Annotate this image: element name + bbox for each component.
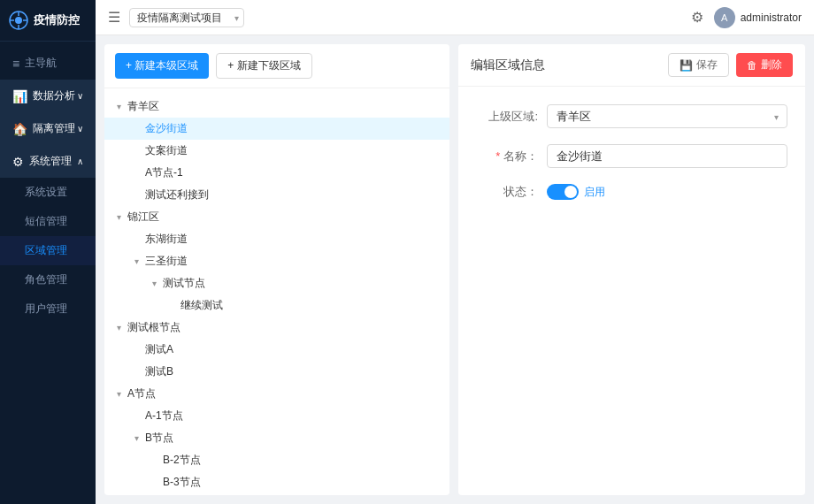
name-input[interactable] xyxy=(547,144,787,168)
status-toggle-wrap: 启用 xyxy=(547,184,605,200)
tree-node[interactable]: B-2节点 xyxy=(104,449,449,471)
tree-node[interactable]: ▾青羊区 xyxy=(104,95,449,118)
edit-header: 编辑区域信息 💾 保存 🗑 删除 xyxy=(458,44,805,87)
nav-quarantine-label: 隔离管理 xyxy=(33,121,75,136)
settings-icon[interactable]: ⚙ xyxy=(691,9,703,26)
tree-node[interactable]: 测试还利接到 xyxy=(104,184,449,206)
tree-node-label: 测试还利接到 xyxy=(145,187,209,202)
main-area: ☰ 疫情隔离测试项目 ⚙ A administrator + 新建本级区域 + … xyxy=(96,0,814,504)
tree-toggle-icon[interactable]: ▾ xyxy=(111,321,126,335)
menu-toggle-icon[interactable]: ☰ xyxy=(108,9,120,26)
tree-toggle-icon[interactable]: ▾ xyxy=(129,431,143,446)
topbar-right: ⚙ A administrator xyxy=(691,7,802,28)
nav-main-label: 主导航 xyxy=(25,56,83,71)
tree-toggle-icon xyxy=(165,299,179,313)
tree-node[interactable]: 东湖街道 xyxy=(104,228,449,250)
tree-node-label: 青羊区 xyxy=(127,99,159,114)
tree-content: ▾青羊区 金沙街道 文案街道 A节点-1 测试还利接到▾锦江区 东湖街道▾三圣街… xyxy=(104,88,449,495)
delete-button[interactable]: 🗑 删除 xyxy=(736,53,793,77)
user-menu[interactable]: A administrator xyxy=(714,7,802,28)
sidebar-item-quarantine[interactable]: 🏠 隔离管理 ∨ xyxy=(0,112,96,145)
tree-node[interactable]: ▾锦江区 xyxy=(104,206,449,228)
app-title: 疫情防控 xyxy=(34,12,80,28)
username: administrator xyxy=(741,11,802,24)
sidebar-item-user[interactable]: 用户管理 xyxy=(0,294,96,324)
sidebar-item-data[interactable]: 📊 数据分析 ∨ xyxy=(0,80,96,112)
tree-node[interactable]: ▾三圣街道 xyxy=(104,250,449,272)
tree-node-label: 测试A xyxy=(145,342,173,357)
tree-toggle-icon[interactable]: ▾ xyxy=(147,277,161,291)
parent-label: 上级区域: xyxy=(476,109,547,125)
save-label: 保存 xyxy=(696,57,718,73)
role-label: 角色管理 xyxy=(25,272,67,287)
save-button[interactable]: 💾 保存 xyxy=(668,53,729,77)
topbar: ☰ 疫情隔离测试项目 ⚙ A administrator xyxy=(96,0,814,35)
sidebar-item-system[interactable]: ⚙ 系统管理 ∧ xyxy=(0,145,96,178)
system-icon: ⚙ xyxy=(12,155,24,169)
tree-toggle-icon xyxy=(129,144,143,158)
sidebar-item-sys-settings[interactable]: 系统设置 xyxy=(0,178,96,207)
tree-node[interactable]: A-1节点 xyxy=(104,405,449,427)
tree-toggle-icon xyxy=(147,476,161,490)
tree-node-label: 继续测试 xyxy=(180,298,223,313)
status-toggle[interactable] xyxy=(547,184,579,200)
tree-node-label: 金沙街道 xyxy=(145,121,188,136)
tree-node[interactable]: 测试B xyxy=(104,361,449,383)
tree-node-label: 测试B xyxy=(145,364,173,379)
tree-node[interactable]: B-3节点 xyxy=(104,471,449,493)
project-select[interactable]: 疫情隔离测试项目 xyxy=(129,8,244,27)
tree-toggle-icon xyxy=(129,343,143,357)
name-label: 名称： xyxy=(476,149,547,164)
toggle-slider xyxy=(547,184,579,200)
add-child-level-button[interactable]: + 新建下级区域 xyxy=(216,53,311,79)
tree-node[interactable]: ▾B节点 xyxy=(104,427,449,449)
data-icon: 📊 xyxy=(12,89,27,103)
tree-node-label: 测试根节点 xyxy=(127,320,180,335)
edit-actions: 💾 保存 🗑 删除 xyxy=(668,53,793,77)
system-arrow-icon: ∧ xyxy=(77,157,83,166)
tree-toggle-icon[interactable]: ▾ xyxy=(111,100,126,114)
tree-node[interactable]: ▾A节点 xyxy=(104,383,449,405)
tree-node-label: B-3节点 xyxy=(163,475,201,490)
svg-point-1 xyxy=(15,17,22,24)
tree-toggle-icon[interactable]: ▾ xyxy=(111,210,126,225)
sidebar-item-sms[interactable]: 短信管理 xyxy=(0,207,96,236)
tree-toggle-icon xyxy=(129,188,143,202)
edit-panel-title: 编辑区域信息 xyxy=(471,57,545,73)
data-arrow-icon: ∨ xyxy=(77,91,83,101)
tree-toolbar: + 新建本级区域 + 新建下级区域 xyxy=(104,44,449,88)
tree-node[interactable]: 测试A xyxy=(104,339,449,361)
tree-toggle-icon xyxy=(129,409,143,424)
sidebar-item-role[interactable]: 角色管理 xyxy=(0,265,96,294)
tree-node[interactable]: ▾测试根节点 xyxy=(104,317,449,339)
user-label: 用户管理 xyxy=(25,302,67,317)
add-current-level-button[interactable]: + 新建本级区域 xyxy=(115,53,209,79)
tree-node-label: 锦江区 xyxy=(127,210,159,225)
delete-label: 删除 xyxy=(761,57,782,73)
quarantine-arrow-icon: ∨ xyxy=(77,124,83,134)
tree-node-label: 三圣街道 xyxy=(145,254,188,269)
sms-label: 短信管理 xyxy=(25,214,67,229)
nav-data-label: 数据分析 xyxy=(33,88,75,103)
tree-node[interactable]: 继续测试 xyxy=(104,294,449,317)
tree-node-label: A节点 xyxy=(127,386,156,401)
tree-node[interactable]: 文案街道 xyxy=(104,140,449,162)
tree-node-label: 测试节点 xyxy=(163,276,205,291)
quarantine-icon: 🏠 xyxy=(12,122,27,136)
tree-node[interactable]: B-4节点 xyxy=(104,493,449,495)
tree-node[interactable]: 金沙街道 xyxy=(104,118,449,140)
sidebar-nav: ≡ 主导航 📊 数据分析 ∨ 🏠 隔离管理 ∨ ⚙ 系统管理 ∧ 系统设置 短信… xyxy=(0,42,96,504)
project-select-wrap: 疫情隔离测试项目 xyxy=(129,8,244,27)
tree-node-label: B节点 xyxy=(145,431,173,446)
save-icon: 💾 xyxy=(680,59,693,72)
tree-node[interactable]: A节点-1 xyxy=(104,162,449,184)
parent-select[interactable]: 青羊区 锦江区 测试根节点 A节点 xyxy=(547,104,787,128)
tree-toggle-icon[interactable]: ▾ xyxy=(111,387,126,401)
tree-node[interactable]: ▾测试节点 xyxy=(104,272,449,294)
sidebar-item-main[interactable]: ≡ 主导航 xyxy=(0,47,96,80)
delete-icon: 🗑 xyxy=(747,59,757,72)
tree-toggle-icon[interactable]: ▾ xyxy=(129,255,143,269)
status-text: 启用 xyxy=(584,185,605,200)
parent-select-wrap: 青羊区 锦江区 测试根节点 A节点 xyxy=(547,104,787,128)
sidebar-item-area[interactable]: 区域管理 xyxy=(0,236,96,265)
